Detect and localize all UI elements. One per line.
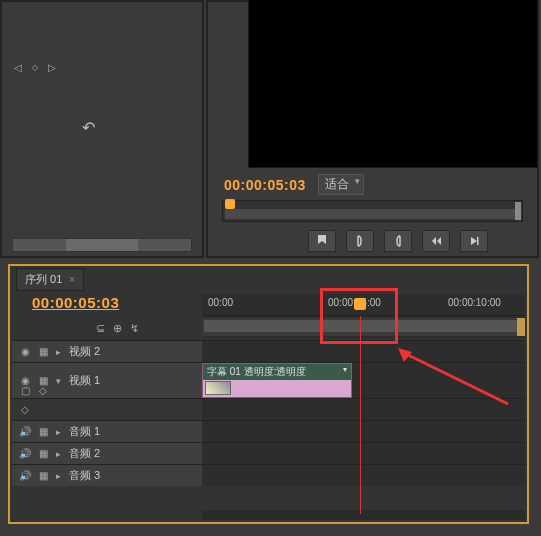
track-lane-a3[interactable] xyxy=(202,465,525,486)
zoom-fit-dropdown[interactable]: 适合 xyxy=(318,174,364,195)
track-target-icon[interactable]: ▦ xyxy=(36,469,50,483)
track-lane-a2[interactable] xyxy=(202,443,525,464)
track-style-icon[interactable]: ▢ xyxy=(18,383,32,397)
expand-icon[interactable]: ▸ xyxy=(56,427,61,437)
ruler-mark: 00:00 xyxy=(208,297,233,308)
eye-icon[interactable]: ◉ xyxy=(18,345,32,359)
speaker-icon[interactable]: 🔊 xyxy=(18,469,32,483)
ruler-mark: 00:00:10:00 xyxy=(448,297,501,308)
track-label: 视频 1 xyxy=(69,373,100,388)
add-keyframe-button[interactable]: ◇ xyxy=(32,63,38,72)
out-point-button[interactable] xyxy=(384,230,412,252)
speaker-icon[interactable]: 🔊 xyxy=(18,447,32,461)
sync-lock-icon[interactable]: ⊕ xyxy=(113,322,122,335)
track-label: 音频 3 xyxy=(69,468,100,483)
track-lane-v1[interactable]: 字幕 01 透明度:透明度 ▾ xyxy=(202,363,525,398)
step-back-button[interactable] xyxy=(422,230,450,252)
keyframe-icon[interactable]: ◇ xyxy=(36,383,50,397)
snap-icon[interactable]: ⊆ xyxy=(96,322,105,335)
clip-thumbnail xyxy=(205,381,231,395)
track-target-icon[interactable]: ▦ xyxy=(36,425,50,439)
expand-icon[interactable]: ▸ xyxy=(56,347,61,357)
undo-icon[interactable]: ↶ xyxy=(82,118,95,137)
preview-viewport[interactable] xyxy=(248,0,538,168)
track-lane-v2[interactable] xyxy=(202,341,525,362)
program-scrubber[interactable] xyxy=(222,200,523,222)
play-button[interactable] xyxy=(460,230,488,252)
close-tab-icon[interactable]: × xyxy=(69,274,75,285)
keyframe-icon[interactable]: ◇ xyxy=(18,403,32,417)
speaker-icon[interactable]: 🔊 xyxy=(18,425,32,439)
panel-scrollbar[interactable] xyxy=(12,238,192,252)
track-header-a3[interactable]: 🔊 ▦ ▸ 音频 3 xyxy=(12,465,202,486)
playhead-line xyxy=(360,316,361,514)
timeline-h-scrollbar[interactable] xyxy=(202,510,525,520)
track-spacer: ◇ xyxy=(12,399,202,420)
track-target-icon[interactable]: ▦ xyxy=(36,345,50,359)
program-playhead[interactable] xyxy=(225,199,235,209)
timeline-panel: 序列 01 × 00:00:05:03 ⊆ ⊕ ↯ 00:00 00:00:05… xyxy=(8,264,529,524)
next-keyframe-button[interactable]: ▷ xyxy=(48,62,56,73)
program-monitor-panel: 00:00:05:03 适合 xyxy=(206,0,539,258)
marker-button[interactable] xyxy=(308,230,336,252)
clip-menu-icon[interactable]: ▾ xyxy=(343,365,347,374)
time-ruler[interactable]: 00:00 00:00:05:00 00:00:10:00 xyxy=(202,294,525,338)
track-header-a1[interactable]: 🔊 ▦ ▸ 音频 1 xyxy=(12,421,202,442)
track-header-v2[interactable]: ◉ ▦ ▸ 视频 2 xyxy=(12,341,202,362)
effect-controls-panel: ◁ ◇ ▷ ↶ xyxy=(0,0,204,258)
in-point-button[interactable] xyxy=(346,230,374,252)
collapse-icon[interactable]: ▾ xyxy=(56,376,61,386)
track-label: 视频 2 xyxy=(69,344,100,359)
track-header-v1[interactable]: ◉ ▦ ▾ 视频 1 ▢ ◇ xyxy=(12,363,202,398)
clip-name: 字幕 01 xyxy=(207,366,241,377)
track-lane-a1[interactable] xyxy=(202,421,525,442)
track-label: 音频 1 xyxy=(69,424,100,439)
sequence-tab[interactable]: 序列 01 × xyxy=(16,268,84,291)
expand-icon[interactable]: ▸ xyxy=(56,449,61,459)
wrench-icon[interactable]: ↯ xyxy=(130,322,139,335)
clip-effect-label: 透明度:透明度 xyxy=(244,366,307,377)
track-label: 音频 2 xyxy=(69,446,100,461)
expand-icon[interactable]: ▸ xyxy=(56,471,61,481)
track-target-icon[interactable]: ▦ xyxy=(36,447,50,461)
track-lane-spacer xyxy=(202,399,525,420)
timeline-playhead[interactable] xyxy=(354,298,366,310)
program-timecode[interactable]: 00:00:05:03 xyxy=(224,177,306,193)
timeline-timecode[interactable]: 00:00:05:03 xyxy=(32,294,198,311)
clip-subtitle[interactable]: 字幕 01 透明度:透明度 ▾ xyxy=(202,363,352,398)
track-header-a2[interactable]: 🔊 ▦ ▸ 音频 2 xyxy=(12,443,202,464)
sequence-tab-label: 序列 01 xyxy=(25,273,62,285)
prev-keyframe-button[interactable]: ◁ xyxy=(14,62,22,73)
svg-rect-0 xyxy=(477,237,479,245)
